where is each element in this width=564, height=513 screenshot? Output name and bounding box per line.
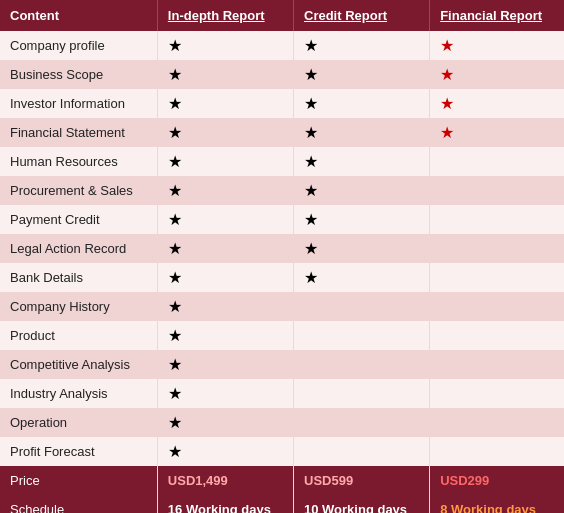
row-label: Profit Forecast — [0, 437, 157, 466]
schedule-row: Schedule16 Working days10 Working days8 … — [0, 495, 564, 513]
table-row: Procurement & Sales★★ — [0, 176, 564, 205]
table-row: Operation★ — [0, 408, 564, 437]
row-col1: ★ — [157, 118, 293, 147]
header-indepth: In-depth Report — [157, 0, 293, 31]
table-row: Financial Statement★★★ — [0, 118, 564, 147]
table-row: Investor Information★★★ — [0, 89, 564, 118]
row-label: Product — [0, 321, 157, 350]
row-label: Human Resources — [0, 147, 157, 176]
table-header-row: Content In-depth Report Credit Report Fi… — [0, 0, 564, 31]
row-col2: ★ — [294, 205, 430, 234]
row-label: Competitive Analysis — [0, 350, 157, 379]
table-row: Competitive Analysis★ — [0, 350, 564, 379]
table-row: Profit Forecast★ — [0, 437, 564, 466]
header-financial: Financial Report — [430, 0, 564, 31]
row-col1: ★ — [157, 263, 293, 292]
header-content: Content — [0, 0, 157, 31]
row-col3 — [430, 234, 564, 263]
row-col1: ★ — [157, 205, 293, 234]
row-col3 — [430, 437, 564, 466]
row-col2: ★ — [294, 234, 430, 263]
table-row: Payment Credit★★ — [0, 205, 564, 234]
row-label: Payment Credit — [0, 205, 157, 234]
row-col1: ★ — [157, 234, 293, 263]
row-col2: ★ — [294, 89, 430, 118]
row-col2 — [294, 408, 430, 437]
row-label: Investor Information — [0, 89, 157, 118]
comparison-table: Content In-depth Report Credit Report Fi… — [0, 0, 564, 513]
table-row: Human Resources★★ — [0, 147, 564, 176]
row-col2: ★ — [294, 147, 430, 176]
row-col2: ★ — [294, 263, 430, 292]
row-col3 — [430, 350, 564, 379]
table-row: Legal Action Record★★ — [0, 234, 564, 263]
row-col3 — [430, 147, 564, 176]
table-row: Company History★ — [0, 292, 564, 321]
row-col1: ★ — [157, 408, 293, 437]
row-col1: ★ — [157, 147, 293, 176]
table-row: Industry Analysis★ — [0, 379, 564, 408]
row-col1: ★ — [157, 60, 293, 89]
row-col3: ★ — [430, 118, 564, 147]
row-col3 — [430, 263, 564, 292]
row-col1: ★ — [157, 292, 293, 321]
row-col3: ★ — [430, 89, 564, 118]
row-col2 — [294, 379, 430, 408]
row-col3 — [430, 176, 564, 205]
row-label: Financial Statement — [0, 118, 157, 147]
row-col2 — [294, 321, 430, 350]
row-col1: ★ — [157, 321, 293, 350]
row-col1: ★ — [157, 350, 293, 379]
row-label: Company profile — [0, 31, 157, 60]
row-col3 — [430, 379, 564, 408]
row-col1: ★ — [157, 31, 293, 60]
row-label: Bank Details — [0, 263, 157, 292]
row-col1: ★ — [157, 379, 293, 408]
table-row: Product★ — [0, 321, 564, 350]
row-label: Operation — [0, 408, 157, 437]
table-row: Bank Details★★ — [0, 263, 564, 292]
row-col2: ★ — [294, 176, 430, 205]
row-col3: ★ — [430, 60, 564, 89]
row-col3 — [430, 292, 564, 321]
row-col2 — [294, 350, 430, 379]
row-col1: ★ — [157, 437, 293, 466]
row-col2 — [294, 437, 430, 466]
row-label: Legal Action Record — [0, 234, 157, 263]
row-col3 — [430, 321, 564, 350]
row-col1: ★ — [157, 89, 293, 118]
row-label: Procurement & Sales — [0, 176, 157, 205]
table-row: Company profile★★★ — [0, 31, 564, 60]
table-row: Business Scope★★★ — [0, 60, 564, 89]
row-col2 — [294, 292, 430, 321]
row-label: Industry Analysis — [0, 379, 157, 408]
row-col2: ★ — [294, 31, 430, 60]
row-label: Business Scope — [0, 60, 157, 89]
row-col3 — [430, 205, 564, 234]
row-col3: ★ — [430, 31, 564, 60]
row-col2: ★ — [294, 118, 430, 147]
header-credit: Credit Report — [294, 0, 430, 31]
row-col2: ★ — [294, 60, 430, 89]
row-col1: ★ — [157, 176, 293, 205]
row-label: Company History — [0, 292, 157, 321]
price-row: PriceUSD1,499USD599USD299 — [0, 466, 564, 495]
row-col3 — [430, 408, 564, 437]
